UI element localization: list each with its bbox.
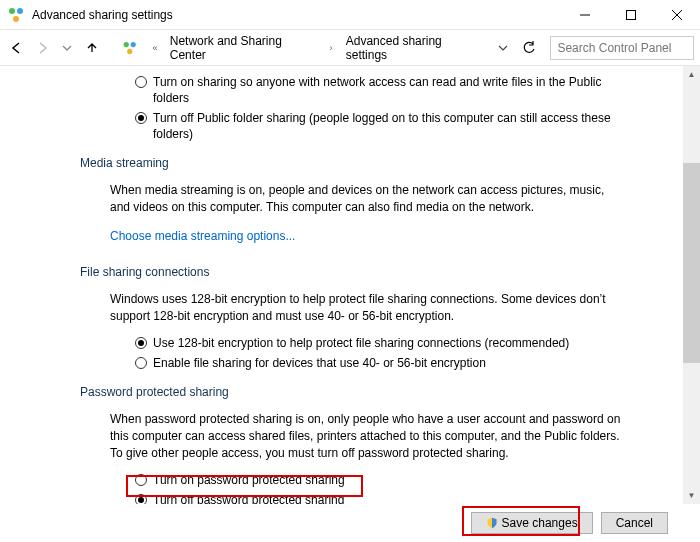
radio-icon — [135, 494, 147, 504]
scroll-thumb[interactable] — [683, 163, 700, 363]
breadcrumb-advanced-sharing[interactable]: Advanced sharing settings — [344, 34, 484, 62]
radio-public-sharing-off[interactable]: Turn off Public folder sharing (people l… — [135, 108, 623, 144]
radio-encryption-40-56[interactable]: Enable file sharing for devices that use… — [135, 353, 623, 373]
scroll-track[interactable] — [683, 83, 700, 487]
radio-public-sharing-on[interactable]: Turn on sharing so anyone with network a… — [135, 72, 623, 108]
back-button[interactable] — [6, 37, 27, 59]
section-media-streaming: Media streaming — [0, 144, 683, 182]
section-file-sharing: File sharing connections — [0, 253, 683, 291]
breadcrumb-network-sharing[interactable]: Network and Sharing Center — [168, 34, 319, 62]
scroll-up-button[interactable]: ▲ — [683, 66, 700, 83]
radio-icon — [135, 112, 147, 124]
radio-icon — [135, 357, 147, 369]
content-pane: Turn on sharing so anyone with network a… — [0, 66, 683, 504]
cancel-button[interactable]: Cancel — [601, 512, 668, 534]
app-icon — [6, 5, 26, 25]
radio-icon — [135, 337, 147, 349]
window-title: Advanced sharing settings — [32, 8, 562, 22]
radio-password-on[interactable]: Turn on password protected sharing — [135, 470, 623, 490]
scroll-down-button[interactable]: ▼ — [683, 487, 700, 504]
search-input[interactable]: Search Control Panel — [550, 36, 694, 60]
recent-dropdown[interactable] — [57, 37, 78, 59]
media-desc: When media streaming is on, people and d… — [0, 182, 683, 224]
password-desc: When password protected sharing is on, o… — [0, 411, 683, 470]
maximize-button[interactable] — [608, 0, 654, 30]
search-placeholder: Search Control Panel — [557, 41, 671, 55]
svg-point-8 — [131, 41, 136, 46]
chevron-left-icon[interactable]: « — [146, 37, 163, 59]
radio-password-off[interactable]: Turn off password protected sharing — [135, 490, 623, 504]
file-sharing-desc: Windows uses 128-bit encryption to help … — [0, 291, 683, 333]
radio-label: Turn off Public folder sharing (people l… — [153, 110, 623, 142]
navbar: « Network and Sharing Center › Advanced … — [0, 30, 700, 66]
radio-icon — [135, 76, 147, 88]
save-changes-button[interactable]: Save changes — [471, 512, 593, 534]
close-button[interactable] — [654, 0, 700, 30]
radio-label: Turn off password protected sharing — [153, 492, 344, 504]
forward-button[interactable] — [31, 37, 52, 59]
save-label: Save changes — [502, 516, 578, 530]
button-row: Save changes Cancel — [0, 504, 700, 542]
svg-point-7 — [124, 41, 129, 46]
radio-label: Turn on password protected sharing — [153, 472, 345, 488]
radio-encryption-128[interactable]: Use 128-bit encryption to help protect f… — [135, 333, 623, 353]
svg-rect-4 — [627, 10, 636, 19]
address-dropdown[interactable] — [492, 37, 513, 59]
radio-icon — [135, 474, 147, 486]
shield-icon — [486, 517, 498, 529]
address-bar-icon — [121, 39, 138, 57]
chevron-right-icon[interactable]: › — [322, 37, 339, 59]
svg-point-0 — [9, 8, 15, 14]
refresh-button[interactable] — [517, 37, 540, 59]
section-password-sharing: Password protected sharing — [0, 373, 683, 411]
radio-label: Use 128-bit encryption to help protect f… — [153, 335, 569, 351]
cancel-label: Cancel — [616, 516, 653, 530]
minimize-button[interactable] — [562, 0, 608, 30]
svg-point-1 — [17, 8, 23, 14]
link-media-options[interactable]: Choose media streaming options... — [110, 229, 295, 243]
svg-point-9 — [127, 48, 132, 53]
vertical-scrollbar[interactable]: ▲ ▼ — [683, 66, 700, 504]
svg-point-2 — [13, 16, 19, 22]
radio-label: Turn on sharing so anyone with network a… — [153, 74, 623, 106]
up-button[interactable] — [82, 37, 103, 59]
titlebar: Advanced sharing settings — [0, 0, 700, 30]
radio-label: Enable file sharing for devices that use… — [153, 355, 486, 371]
